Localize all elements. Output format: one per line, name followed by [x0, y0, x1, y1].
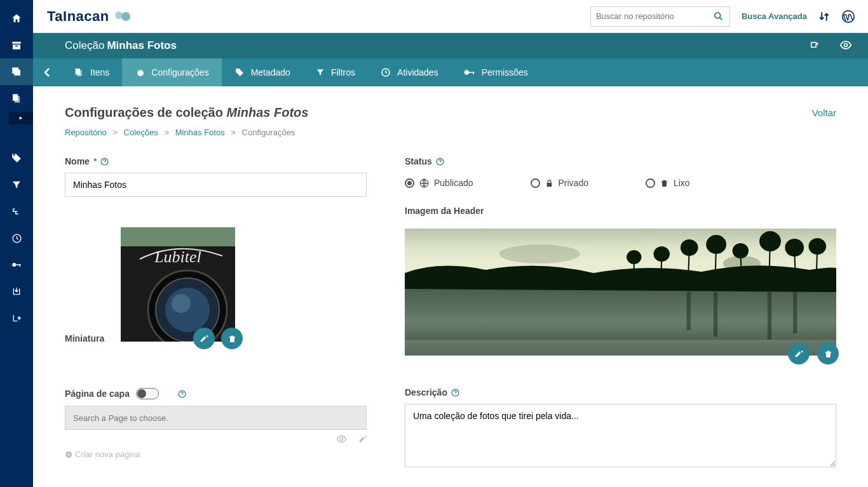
- svg-rect-32: [546, 182, 552, 186]
- key-icon: [11, 259, 22, 270]
- sidebar-capabilities[interactable]: [0, 251, 33, 278]
- breadcrumb: Repositório > Coleções > Minhas Fotos > …: [65, 128, 836, 137]
- sidebar-activities[interactable]: [0, 225, 33, 251]
- status-label: Status: [405, 156, 444, 166]
- svg-point-16: [464, 70, 469, 75]
- sidebar-collections[interactable]: [0, 32, 33, 58]
- edit-header-button[interactable]: [788, 343, 810, 364]
- status-publicado[interactable]: Publicado: [405, 178, 473, 188]
- svg-rect-18: [473, 72, 474, 74]
- tab-activities-label: Atividades: [397, 67, 438, 77]
- sidebar-import[interactable]: [0, 278, 33, 305]
- delete-thumbnail-button[interactable]: [221, 328, 243, 349]
- import-icon: [11, 286, 22, 297]
- tab-filters-label: Filtros: [331, 67, 355, 77]
- copy-icon: [11, 93, 22, 104]
- tab-items[interactable]: Itens: [61, 58, 122, 86]
- help-icon[interactable]: [451, 389, 459, 397]
- svg-point-52: [654, 247, 669, 261]
- sidebar-home[interactable]: [0, 5, 33, 32]
- cover-page-toggle[interactable]: [136, 388, 159, 399]
- search-input[interactable]: [596, 11, 724, 21]
- svg-point-48: [810, 239, 825, 254]
- svg-point-5: [12, 263, 16, 267]
- tab-capabilities[interactable]: Permissões: [451, 58, 541, 86]
- breadcrumb-collections[interactable]: Coleções: [124, 128, 158, 137]
- svg-rect-7: [20, 264, 21, 267]
- sidebar-items[interactable]: [0, 58, 33, 85]
- svg-rect-3: [15, 96, 20, 103]
- main-content: Configurações de coleção Minhas Fotos Vo…: [33, 86, 868, 487]
- collection-tabs: Itens Configurações Metadado Filtros Ati…: [33, 58, 868, 86]
- advanced-search-link[interactable]: Busca Avançada: [742, 11, 807, 21]
- logo-butterfly-icon: [114, 10, 130, 23]
- search-icon[interactable]: [714, 11, 723, 21]
- breadcrumb-repo[interactable]: Repositório: [65, 128, 107, 137]
- tab-capabilities-label: Permissões: [482, 67, 528, 77]
- svg-point-12: [844, 44, 848, 47]
- edit-thumbnail-button[interactable]: [193, 328, 215, 349]
- radio-icon: [646, 178, 655, 188]
- name-label: Nome*: [65, 156, 109, 166]
- cover-page-label: Página de capa: [65, 389, 130, 399]
- status-privado[interactable]: Privado: [531, 178, 588, 188]
- svg-point-40: [707, 236, 726, 253]
- sidebar-filters[interactable]: [0, 171, 33, 198]
- wordpress-icon[interactable]: [841, 10, 855, 23]
- sidebar-hierarchy[interactable]: [0, 198, 33, 225]
- sidebar-export[interactable]: [0, 305, 33, 331]
- home-icon: [11, 13, 22, 24]
- description-textarea[interactable]: [405, 404, 836, 467]
- svg-point-38: [681, 240, 697, 255]
- funnel-icon: [316, 68, 325, 77]
- svg-text:Lubitel: Lubitel: [154, 248, 201, 266]
- svg-point-26: [172, 294, 191, 313]
- logo[interactable]: TaInacan: [47, 8, 130, 25]
- hierarchy-icon: [11, 206, 22, 217]
- search-input-wrapper: [590, 6, 730, 27]
- help-icon[interactable]: [178, 390, 186, 398]
- svg-point-50: [627, 251, 641, 264]
- gear-icon: [135, 67, 145, 77]
- files-icon: [74, 67, 84, 77]
- tab-metadata[interactable]: Metadado: [222, 58, 303, 86]
- eye-icon[interactable]: [839, 40, 852, 51]
- sort-icon[interactable]: [818, 11, 830, 22]
- status-lixo[interactable]: Lixo: [646, 178, 690, 188]
- svg-point-35: [499, 244, 580, 264]
- logo-text: TaInacan: [47, 8, 109, 25]
- sidebar-submenu-indicator[interactable]: [9, 112, 33, 124]
- svg-rect-57: [405, 340, 836, 356]
- collection-prefix: Coleção: [65, 39, 104, 52]
- help-icon[interactable]: [100, 157, 109, 166]
- name-input[interactable]: [65, 173, 367, 197]
- back-link[interactable]: Voltar: [812, 107, 836, 118]
- thumbnail-wrapper: Lubitel: [121, 227, 235, 342]
- svg-rect-53: [686, 292, 690, 330]
- cover-page-search[interactable]: Search a Page to choose.: [65, 406, 367, 430]
- clock-icon: [381, 67, 391, 77]
- tab-metadata-label: Metadado: [251, 67, 290, 77]
- delete-header-button[interactable]: [817, 343, 839, 364]
- tab-filters[interactable]: Filtros: [303, 58, 368, 86]
- tab-settings[interactable]: Configurações: [122, 58, 221, 86]
- external-link-icon[interactable]: [809, 40, 820, 51]
- radio-checked-icon: [405, 178, 414, 188]
- breadcrumb-current: Configurações: [242, 128, 295, 137]
- tab-back-button[interactable]: [33, 58, 61, 86]
- breadcrumb-collection[interactable]: Minhas Fotos: [175, 128, 225, 137]
- export-icon: [11, 313, 22, 323]
- sidebar-taxonomies[interactable]: [0, 145, 33, 171]
- help-icon[interactable]: [436, 157, 444, 166]
- svg-point-8: [115, 11, 123, 19]
- tab-activities[interactable]: Atividades: [368, 58, 451, 86]
- tab-items-label: Itens: [90, 67, 109, 77]
- tags-icon: [11, 152, 22, 164]
- header-image-label: Imagem da Header: [405, 206, 484, 216]
- svg-point-9: [121, 12, 130, 21]
- svg-rect-55: [768, 292, 771, 340]
- svg-point-28: [340, 437, 342, 440]
- collection-name: Minhas Fotos: [107, 39, 177, 52]
- main-sidebar: [0, 0, 33, 487]
- sidebar-copy[interactable]: [0, 85, 33, 112]
